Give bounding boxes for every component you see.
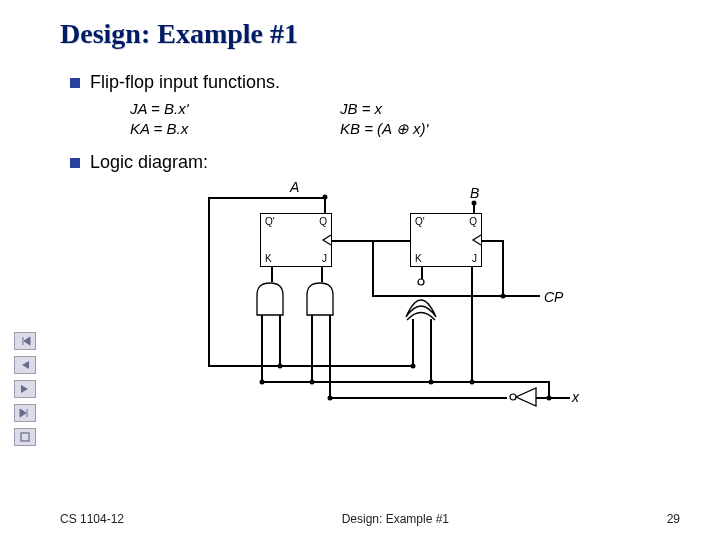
footer: CS 1104-12 Design: Example #1 29 xyxy=(60,512,680,526)
label-b: B xyxy=(470,185,479,201)
wire xyxy=(412,319,414,365)
logic-diagram: A B CP x Q' Q K J Q' Q K J xyxy=(140,179,600,419)
xnor-gate-icon xyxy=(402,277,440,321)
wire xyxy=(471,267,473,381)
wire xyxy=(510,381,550,383)
slide: Design: Example #1 Flip-flop input funct… xyxy=(0,0,720,540)
page-title: Design: Example #1 xyxy=(60,18,680,50)
ff-b-k: K xyxy=(415,253,422,264)
ff-a-q: Q xyxy=(319,216,327,227)
bullet-logic-text: Logic diagram: xyxy=(90,152,208,173)
wire xyxy=(208,365,414,367)
ff-b-qp: Q' xyxy=(415,216,425,227)
ff-a-k: K xyxy=(265,253,272,264)
nav-prev-icon[interactable] xyxy=(14,356,36,374)
footer-left: CS 1104-12 xyxy=(60,512,124,526)
wire xyxy=(372,295,540,297)
nav-first-icon[interactable] xyxy=(14,332,36,350)
ff-b-j: J xyxy=(472,253,477,264)
wire xyxy=(279,315,281,365)
node-dot-icon xyxy=(278,364,283,369)
node-dot-icon xyxy=(260,380,265,385)
bullet-ff-inputs: Flip-flop input functions. xyxy=(70,72,680,93)
wire xyxy=(482,240,504,242)
eq-kb: KB = (A ⊕ x)' xyxy=(340,119,550,139)
bullet-ff-inputs-text: Flip-flop input functions. xyxy=(90,72,280,93)
wire xyxy=(430,319,432,381)
eq-ka: KA = B.x xyxy=(130,119,340,139)
wire xyxy=(332,240,410,242)
node-dot-icon xyxy=(501,294,506,299)
and-gate-icon xyxy=(253,281,287,317)
wire xyxy=(329,397,507,399)
nav-next-icon[interactable] xyxy=(14,380,36,398)
bullet-icon xyxy=(70,158,80,168)
bullet-logic: Logic diagram: xyxy=(70,152,680,173)
svg-point-1 xyxy=(510,394,516,400)
bullet-icon xyxy=(70,78,80,88)
flipflop-a: Q' Q K J xyxy=(260,213,332,267)
eq-jb: JB = x xyxy=(340,99,550,119)
nav-home-icon[interactable] xyxy=(14,428,36,446)
wire xyxy=(208,197,210,365)
wire xyxy=(261,315,263,381)
equations: JA = B.x' KA = B.x JB = x KB = (A ⊕ x)' xyxy=(130,99,680,138)
nav-sidebar xyxy=(14,332,36,446)
node-dot-icon xyxy=(429,380,434,385)
footer-page-number: 29 xyxy=(667,512,680,526)
footer-center: Design: Example #1 xyxy=(124,512,667,526)
node-dot-icon xyxy=(547,396,552,401)
eq-ja: JA = B.x' xyxy=(130,99,340,119)
svg-rect-2 xyxy=(21,433,29,441)
nav-last-icon[interactable] xyxy=(14,404,36,422)
clock-wedge-icon xyxy=(318,233,332,247)
node-dot-icon xyxy=(470,380,475,385)
node-dot-icon xyxy=(310,380,315,385)
inverter-icon xyxy=(506,385,540,409)
clock-wedge-icon xyxy=(468,233,482,247)
label-cp: CP xyxy=(544,289,563,305)
ff-a-qp: Q' xyxy=(265,216,275,227)
flipflop-b: Q' Q K J xyxy=(410,213,482,267)
wire xyxy=(329,315,331,397)
wire xyxy=(311,315,313,381)
wire xyxy=(271,267,273,282)
wire xyxy=(372,240,374,296)
wire xyxy=(473,203,475,204)
label-x: x xyxy=(572,389,579,405)
and-gate-icon xyxy=(303,281,337,317)
wire xyxy=(502,240,504,296)
node-dot-icon xyxy=(328,396,333,401)
node-dot-icon xyxy=(411,364,416,369)
wire xyxy=(208,197,324,199)
label-a: A xyxy=(290,179,299,195)
wire xyxy=(321,267,323,282)
ff-a-j: J xyxy=(322,253,327,264)
ff-b-q: Q xyxy=(469,216,477,227)
wire xyxy=(536,397,570,399)
svg-point-0 xyxy=(418,279,424,285)
